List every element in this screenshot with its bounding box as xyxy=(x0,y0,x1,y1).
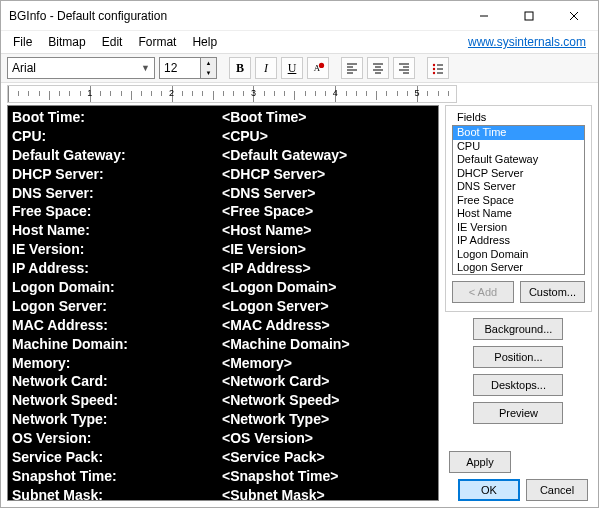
editor-row-label: Host Name: xyxy=(12,221,222,240)
chevron-down-icon: ▼ xyxy=(141,63,150,73)
apply-button[interactable]: Apply xyxy=(449,451,511,473)
ruler-number: 4 xyxy=(333,88,338,98)
fields-label: Fields xyxy=(454,111,489,123)
editor-row-label: Memory: xyxy=(12,354,222,373)
toolbar: Arial ▼ ▲▼ B I U A xyxy=(1,53,598,83)
preview-button[interactable]: Preview xyxy=(473,402,563,424)
editor[interactable]: Boot Time:<Boot Time>CPU:<CPU>Default Ga… xyxy=(7,105,439,501)
editor-row: Snapshot Time:<Snapshot Time> xyxy=(12,467,434,486)
editor-row-value: <DNS Server> xyxy=(222,184,315,203)
editor-row: DHCP Server:<DHCP Server> xyxy=(12,165,434,184)
sysinternals-link[interactable]: www.sysinternals.com xyxy=(468,35,594,49)
bold-button[interactable]: B xyxy=(229,57,251,79)
editor-row: IP Address:<IP Address> xyxy=(12,259,434,278)
svg-point-5 xyxy=(319,63,324,68)
editor-row-label: Logon Domain: xyxy=(12,278,222,297)
fields-list-item[interactable]: IE Version xyxy=(453,221,584,235)
editor-row-value: <IE Version> xyxy=(222,240,306,259)
editor-row-label: OS Version: xyxy=(12,429,222,448)
editor-row-value: <Snapshot Time> xyxy=(222,467,338,486)
ruler-number: 2 xyxy=(169,88,174,98)
editor-row-value: <Host Name> xyxy=(222,221,311,240)
fields-list-item[interactable]: Boot Time xyxy=(453,126,584,140)
editor-row-value: <DHCP Server> xyxy=(222,165,325,184)
font-color-button[interactable]: A xyxy=(307,57,329,79)
ruler-number: 5 xyxy=(415,88,420,98)
menu-help[interactable]: Help xyxy=(184,33,225,51)
background-button[interactable]: Background... xyxy=(473,318,563,340)
align-right-button[interactable] xyxy=(393,57,415,79)
editor-row: OS Version:<OS Version> xyxy=(12,429,434,448)
ok-button[interactable]: OK xyxy=(458,479,520,501)
editor-row-value: <Boot Time> xyxy=(222,108,307,127)
align-center-button[interactable] xyxy=(367,57,389,79)
italic-button[interactable]: I xyxy=(255,57,277,79)
menu-bitmap[interactable]: Bitmap xyxy=(40,33,93,51)
menu-format[interactable]: Format xyxy=(130,33,184,51)
fields-list-item[interactable]: Default Gateway xyxy=(453,153,584,167)
editor-row-value: <Logon Domain> xyxy=(222,278,336,297)
fields-group: Fields Boot TimeCPUDefault GatewayDHCP S… xyxy=(445,105,592,312)
sidebar: Fields Boot TimeCPUDefault GatewayDHCP S… xyxy=(445,105,592,501)
position-button[interactable]: Position... xyxy=(473,346,563,368)
font-select[interactable]: Arial ▼ xyxy=(7,57,155,79)
font-size-spinner[interactable]: ▲▼ xyxy=(201,57,217,79)
editor-row: Logon Domain:<Logon Domain> xyxy=(12,278,434,297)
editor-row-label: Snapshot Time: xyxy=(12,467,222,486)
minimize-button[interactable] xyxy=(461,2,506,30)
editor-row-value: <Subnet Mask> xyxy=(222,486,325,501)
align-left-button[interactable] xyxy=(341,57,363,79)
desktops-button[interactable]: Desktops... xyxy=(473,374,563,396)
fields-list-item[interactable]: DNS Server xyxy=(453,180,584,194)
editor-row: CPU:<CPU> xyxy=(12,127,434,146)
editor-row: DNS Server:<DNS Server> xyxy=(12,184,434,203)
editor-row-label: Logon Server: xyxy=(12,297,222,316)
font-select-value: Arial xyxy=(12,61,36,75)
editor-row: IE Version:<IE Version> xyxy=(12,240,434,259)
svg-point-18 xyxy=(433,64,435,66)
fields-listbox[interactable]: Boot TimeCPUDefault GatewayDHCP ServerDN… xyxy=(452,125,585,275)
editor-row-label: Boot Time: xyxy=(12,108,222,127)
content-area: Boot Time:<Boot Time>CPU:<CPU>Default Ga… xyxy=(1,105,598,507)
editor-row: Boot Time:<Boot Time> xyxy=(12,108,434,127)
close-button[interactable] xyxy=(551,2,596,30)
fields-list-item[interactable]: Logon Server xyxy=(453,261,584,275)
fields-list-item[interactable]: Free Space xyxy=(453,194,584,208)
fields-list-item[interactable]: Host Name xyxy=(453,207,584,221)
editor-row: Default Gateway:<Default Gateway> xyxy=(12,146,434,165)
font-size-input[interactable] xyxy=(159,57,201,79)
editor-row-label: DNS Server: xyxy=(12,184,222,203)
fields-list-item[interactable]: CPU xyxy=(453,140,584,154)
editor-row-label: CPU: xyxy=(12,127,222,146)
editor-row: Free Space:<Free Space> xyxy=(12,202,434,221)
editor-row-label: DHCP Server: xyxy=(12,165,222,184)
fields-list-item[interactable]: MAC Address xyxy=(453,275,584,276)
underline-button[interactable]: U xyxy=(281,57,303,79)
editor-row: Memory:<Memory> xyxy=(12,354,434,373)
editor-row-label: Service Pack: xyxy=(12,448,222,467)
bullet-list-button[interactable] xyxy=(427,57,449,79)
options-buttons: Background... Position... Desktops... Pr… xyxy=(445,318,592,424)
custom-button[interactable]: Custom... xyxy=(520,281,585,303)
titlebar: BGInfo - Default configuration xyxy=(1,1,598,31)
editor-row-value: <Network Speed> xyxy=(222,391,340,410)
editor-row-label: Network Card: xyxy=(12,372,222,391)
fields-list-item[interactable]: Logon Domain xyxy=(453,248,584,262)
fields-list-item[interactable]: IP Address xyxy=(453,234,584,248)
editor-row: Logon Server:<Logon Server> xyxy=(12,297,434,316)
ruler-number: 3 xyxy=(251,88,256,98)
add-button[interactable]: < Add xyxy=(452,281,514,303)
cancel-button[interactable]: Cancel xyxy=(526,479,588,501)
editor-row-label: IE Version: xyxy=(12,240,222,259)
ruler[interactable]: 12345 xyxy=(7,85,457,103)
editor-row: Network Type:<Network Type> xyxy=(12,410,434,429)
app-window: BGInfo - Default configuration File Bitm… xyxy=(0,0,599,508)
editor-row-value: <Memory> xyxy=(222,354,292,373)
fields-list-item[interactable]: DHCP Server xyxy=(453,167,584,181)
maximize-button[interactable] xyxy=(506,2,551,30)
editor-row-label: IP Address: xyxy=(12,259,222,278)
menu-file[interactable]: File xyxy=(5,33,40,51)
menu-edit[interactable]: Edit xyxy=(94,33,131,51)
editor-row-value: <Machine Domain> xyxy=(222,335,350,354)
editor-row-label: Free Space: xyxy=(12,202,222,221)
